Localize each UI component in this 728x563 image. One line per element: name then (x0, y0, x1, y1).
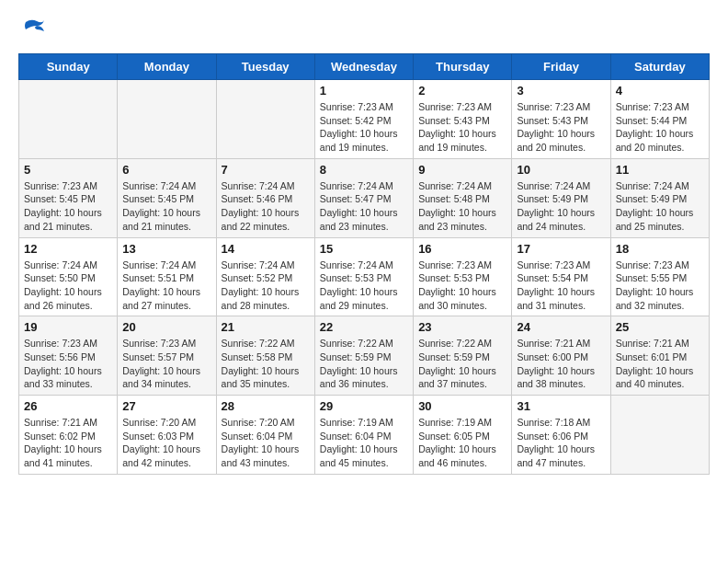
day-number: 9 (418, 163, 506, 177)
sunset-text: Sunset: 5:58 PM (222, 350, 310, 364)
calendar-day-28: 28Sunrise: 7:20 AMSunset: 6:04 PMDayligh… (216, 396, 314, 475)
daylight-text: Daylight: 10 hours and 36 minutes. (320, 364, 408, 391)
calendar-day-24: 24Sunrise: 7:21 AMSunset: 6:00 PMDayligh… (512, 316, 610, 396)
sunset-text: Sunset: 5:54 PM (517, 271, 605, 285)
sunrise-text: Sunrise: 7:20 AM (122, 416, 210, 430)
calendar-day-16: 16Sunrise: 7:23 AMSunset: 5:53 PMDayligh… (414, 237, 512, 316)
daylight-text: Daylight: 10 hours and 21 minutes. (122, 206, 210, 233)
sunset-text: Sunset: 5:53 PM (418, 271, 506, 285)
sunset-text: Sunset: 5:59 PM (320, 350, 408, 364)
calendar-day-31: 31Sunrise: 7:18 AMSunset: 6:06 PMDayligh… (512, 396, 610, 475)
calendar-day-13: 13Sunrise: 7:24 AMSunset: 5:51 PMDayligh… (118, 237, 216, 316)
sunrise-text: Sunrise: 7:18 AM (517, 416, 605, 430)
day-number: 25 (616, 320, 704, 334)
calendar-day-17: 17Sunrise: 7:23 AMSunset: 5:54 PMDayligh… (512, 237, 610, 316)
day-info: Sunrise: 7:24 AMSunset: 5:53 PMDaylight:… (320, 259, 408, 313)
sunset-text: Sunset: 5:45 PM (122, 192, 210, 206)
sunrise-text: Sunrise: 7:24 AM (24, 259, 112, 272)
day-info: Sunrise: 7:23 AMSunset: 5:43 PMDaylight:… (418, 100, 506, 155)
page-header (18, 18, 710, 39)
sunrise-text: Sunrise: 7:23 AM (418, 100, 506, 114)
daylight-text: Daylight: 10 hours and 31 minutes. (517, 285, 605, 312)
sunrise-text: Sunrise: 7:24 AM (320, 179, 408, 193)
calendar-empty-cell (216, 80, 314, 159)
sunrise-text: Sunrise: 7:24 AM (517, 179, 605, 193)
day-info: Sunrise: 7:24 AMSunset: 5:48 PMDaylight:… (418, 179, 506, 234)
sunrise-text: Sunrise: 7:23 AM (24, 179, 112, 193)
day-info: Sunrise: 7:19 AMSunset: 6:04 PMDaylight:… (320, 416, 408, 470)
day-number: 16 (418, 242, 506, 256)
calendar-day-5: 5Sunrise: 7:23 AMSunset: 5:45 PMDaylight… (19, 158, 118, 237)
sunrise-text: Sunrise: 7:22 AM (418, 337, 506, 350)
day-number: 27 (122, 399, 210, 413)
calendar-day-1: 1Sunrise: 7:23 AMSunset: 5:42 PMDaylight… (314, 80, 413, 159)
day-info: Sunrise: 7:24 AMSunset: 5:51 PMDaylight:… (122, 259, 210, 313)
daylight-text: Daylight: 10 hours and 30 minutes. (418, 285, 506, 312)
sunset-text: Sunset: 5:53 PM (320, 271, 408, 285)
sunrise-text: Sunrise: 7:19 AM (418, 416, 506, 430)
sunrise-text: Sunrise: 7:23 AM (24, 337, 112, 350)
day-number: 21 (222, 320, 310, 334)
day-number: 8 (320, 163, 408, 177)
daylight-text: Daylight: 10 hours and 25 minutes. (616, 206, 704, 233)
daylight-text: Daylight: 10 hours and 19 minutes. (418, 127, 506, 154)
sunset-text: Sunset: 5:51 PM (122, 271, 210, 285)
day-info: Sunrise: 7:23 AMSunset: 5:44 PMDaylight:… (616, 100, 704, 155)
sunrise-text: Sunrise: 7:24 AM (122, 179, 210, 193)
day-info: Sunrise: 7:20 AMSunset: 6:03 PMDaylight:… (122, 416, 210, 470)
calendar-day-9: 9Sunrise: 7:24 AMSunset: 5:48 PMDaylight… (414, 158, 512, 237)
day-number: 14 (222, 242, 310, 256)
sunset-text: Sunset: 6:01 PM (616, 350, 704, 364)
sunrise-text: Sunrise: 7:24 AM (222, 259, 310, 272)
calendar-day-25: 25Sunrise: 7:21 AMSunset: 6:01 PMDayligh… (610, 316, 709, 396)
daylight-text: Daylight: 10 hours and 38 minutes. (517, 364, 605, 391)
daylight-text: Daylight: 10 hours and 42 minutes. (122, 442, 210, 469)
sunset-text: Sunset: 5:55 PM (616, 271, 704, 285)
sunset-text: Sunset: 5:46 PM (222, 192, 310, 206)
daylight-text: Daylight: 10 hours and 33 minutes. (24, 364, 112, 391)
day-number: 7 (222, 163, 310, 177)
daylight-text: Daylight: 10 hours and 28 minutes. (222, 285, 310, 312)
day-info: Sunrise: 7:23 AMSunset: 5:45 PMDaylight:… (24, 179, 112, 234)
sunset-text: Sunset: 5:50 PM (24, 271, 112, 285)
weekday-header-row: SundayMondayTuesdayWednesdayThursdayFrid… (19, 54, 710, 80)
sunset-text: Sunset: 5:49 PM (616, 192, 704, 206)
calendar-day-6: 6Sunrise: 7:24 AMSunset: 5:45 PMDaylight… (118, 158, 216, 237)
day-number: 13 (122, 242, 210, 256)
weekday-header-sunday: Sunday (19, 54, 118, 80)
day-info: Sunrise: 7:21 AMSunset: 6:00 PMDaylight:… (517, 337, 605, 391)
sunset-text: Sunset: 5:57 PM (122, 350, 210, 364)
daylight-text: Daylight: 10 hours and 27 minutes. (122, 285, 210, 312)
calendar-day-30: 30Sunrise: 7:19 AMSunset: 6:05 PMDayligh… (414, 396, 512, 475)
daylight-text: Daylight: 10 hours and 34 minutes. (122, 364, 210, 391)
day-info: Sunrise: 7:22 AMSunset: 5:59 PMDaylight:… (418, 337, 506, 391)
weekday-header-monday: Monday (118, 54, 216, 80)
day-info: Sunrise: 7:23 AMSunset: 5:57 PMDaylight:… (122, 337, 210, 391)
sunrise-text: Sunrise: 7:23 AM (616, 259, 704, 272)
sunset-text: Sunset: 6:04 PM (320, 430, 408, 443)
daylight-text: Daylight: 10 hours and 21 minutes. (24, 206, 112, 233)
day-info: Sunrise: 7:22 AMSunset: 5:59 PMDaylight:… (320, 337, 408, 391)
sunset-text: Sunset: 6:06 PM (517, 430, 605, 443)
calendar-day-12: 12Sunrise: 7:24 AMSunset: 5:50 PMDayligh… (19, 237, 118, 316)
day-number: 24 (517, 320, 605, 334)
sunset-text: Sunset: 5:43 PM (517, 114, 605, 128)
day-number: 26 (24, 399, 112, 413)
sunrise-text: Sunrise: 7:21 AM (24, 416, 112, 430)
day-info: Sunrise: 7:23 AMSunset: 5:42 PMDaylight:… (320, 100, 408, 155)
sunset-text: Sunset: 5:48 PM (418, 192, 506, 206)
day-info: Sunrise: 7:24 AMSunset: 5:49 PMDaylight:… (517, 179, 605, 234)
sunrise-text: Sunrise: 7:22 AM (320, 337, 408, 350)
daylight-text: Daylight: 10 hours and 23 minutes. (418, 206, 506, 233)
daylight-text: Daylight: 10 hours and 41 minutes. (24, 442, 112, 469)
sunrise-text: Sunrise: 7:21 AM (517, 337, 605, 350)
calendar-day-7: 7Sunrise: 7:24 AMSunset: 5:46 PMDaylight… (216, 158, 314, 237)
calendar-day-19: 19Sunrise: 7:23 AMSunset: 5:56 PMDayligh… (19, 316, 118, 396)
sunset-text: Sunset: 6:00 PM (517, 350, 605, 364)
day-number: 20 (122, 320, 210, 334)
calendar-day-10: 10Sunrise: 7:24 AMSunset: 5:49 PMDayligh… (512, 158, 610, 237)
calendar-empty-cell (19, 80, 118, 159)
weekday-header-friday: Friday (512, 54, 610, 80)
day-number: 1 (320, 84, 408, 98)
calendar-day-8: 8Sunrise: 7:24 AMSunset: 5:47 PMDaylight… (314, 158, 413, 237)
